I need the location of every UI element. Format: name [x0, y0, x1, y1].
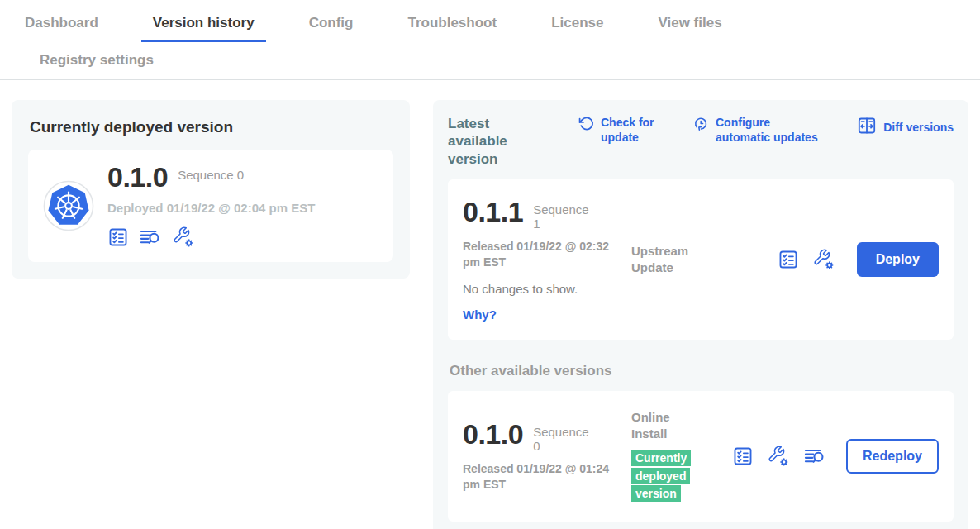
diff-versions-label: Diff versions	[883, 120, 954, 135]
currently-deployed-badge-wrap: Currently deployed version	[631, 450, 697, 503]
latest-panel-header: Latest available version Check for updat…	[448, 115, 954, 168]
currently-deployed-badge: Currently deployed version	[631, 450, 691, 502]
tab-config[interactable]: Config	[297, 10, 365, 42]
diff-versions-link[interactable]: Diff versions	[857, 115, 954, 139]
view-logs-icon[interactable]	[803, 445, 826, 468]
other-version-card: 0.1.0 Sequence 0 Released 01/19/22 @ 01:…	[448, 391, 954, 522]
edit-config-icon[interactable]	[812, 248, 835, 271]
tab-dashboard[interactable]: Dashboard	[13, 10, 110, 42]
preflight-checks-icon[interactable]	[778, 249, 799, 270]
top-nav: Dashboard Version history Config Trouble…	[0, 0, 980, 80]
deployed-action-icons	[107, 226, 315, 249]
deploy-button[interactable]: Deploy	[857, 242, 939, 277]
redeploy-button[interactable]: Redeploy	[846, 439, 939, 474]
configure-automatic-updates-label: Configure automatic updates	[716, 115, 826, 145]
edit-config-icon[interactable]	[172, 226, 195, 249]
latest-released-timestamp: Released 01/19/22 @ 02:32 pm EST	[463, 239, 620, 270]
latest-available-panel: Latest available version Check for updat…	[433, 100, 968, 529]
nav-row-1: Dashboard Version history Config Trouble…	[13, 10, 980, 42]
check-for-update-link[interactable]: Check for update	[578, 115, 665, 145]
tab-version-history[interactable]: Version history	[141, 10, 266, 42]
view-logs-icon[interactable]	[139, 226, 162, 249]
tab-license[interactable]: License	[540, 10, 615, 42]
refresh-icon	[578, 115, 594, 135]
deployed-timestamp: Deployed 01/19/22 @ 02:04 pm EST	[107, 201, 315, 215]
check-for-update-label: Check for update	[601, 115, 665, 145]
diff-icon	[857, 115, 877, 139]
configure-automatic-updates-link[interactable]: Configure automatic updates	[693, 115, 826, 145]
tab-troubleshoot[interactable]: Troubleshoot	[396, 10, 508, 42]
deployed-version-details: 0.1.0 Sequence 0 Deployed 01/19/22 @ 02:…	[107, 163, 315, 249]
latest-card-actions: Deploy	[778, 242, 939, 277]
other-available-versions-heading: Other available versions	[450, 363, 954, 379]
other-sequence-label: Sequence 0	[533, 420, 592, 454]
latest-version-card: 0.1.1 Sequence 1 Released 01/19/22 @ 02:…	[448, 179, 954, 340]
latest-available-title: Latest available version	[448, 115, 550, 168]
upstream-update-label: Upstream Update	[631, 243, 717, 275]
latest-sequence-label: Sequence 1	[533, 198, 592, 231]
nav-row-2: Registry settings	[13, 42, 980, 79]
edit-config-icon[interactable]	[767, 445, 790, 468]
online-install-label: Online Install	[631, 409, 701, 441]
deployed-version-card: 0.1.0 Sequence 0 Deployed 01/19/22 @ 02:…	[28, 150, 393, 262]
tab-registry-settings[interactable]: Registry settings	[28, 47, 165, 69]
latest-version-number: 0.1.1	[463, 198, 523, 226]
auto-update-clock-icon	[693, 115, 709, 135]
other-released-timestamp: Released 01/19/22 @ 01:24 pm EST	[463, 461, 620, 493]
preflight-checks-icon[interactable]	[732, 446, 754, 467]
deployed-sequence-label: Sequence 0	[178, 163, 244, 182]
why-link[interactable]: Why?	[463, 307, 628, 322]
currently-deployed-title: Currently deployed version	[30, 118, 393, 136]
main-content: Currently deployed version	[0, 80, 980, 529]
latest-version-details: 0.1.1 Sequence 1 Released 01/19/22 @ 02:…	[463, 198, 628, 322]
preflight-checks-icon[interactable]	[107, 226, 129, 248]
tab-view-files[interactable]: View files	[646, 10, 733, 42]
other-version-status: Online Install Currently deployed versio…	[631, 409, 701, 503]
other-version-number: 0.1.0	[463, 420, 523, 448]
other-card-actions: Redeploy	[732, 439, 939, 474]
deployed-version-number: 0.1.0	[107, 163, 168, 191]
currently-deployed-panel: Currently deployed version	[12, 100, 410, 279]
no-changes-text: No changes to show.	[463, 282, 628, 296]
kubernetes-logo-icon	[43, 180, 94, 231]
other-version-details: 0.1.0 Sequence 0 Released 01/19/22 @ 01:…	[463, 420, 628, 493]
